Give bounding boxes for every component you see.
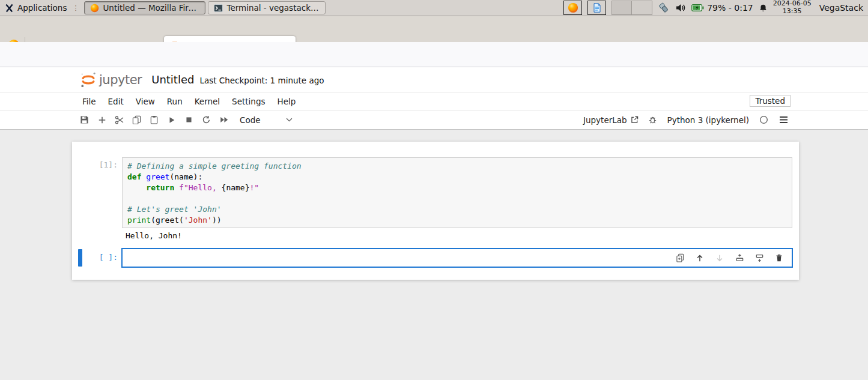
terminal-icon <box>214 4 223 13</box>
clock[interactable]: 2024-06-05 13:35 <box>773 0 812 15</box>
chevron-down-icon <box>286 118 293 122</box>
window-title: Terminal - vegastack@p... <box>226 3 320 13</box>
code-editor[interactable]: # Defining a simple greeting functiondef… <box>122 157 792 228</box>
menu-settings[interactable]: Settings <box>226 97 271 106</box>
document-launcher[interactable] <box>587 1 606 15</box>
system-tray: 79% - 0:17 2024-06-05 13:35 VegaStack <box>563 0 868 16</box>
external-link-icon <box>631 116 639 124</box>
applications-icon <box>5 4 14 13</box>
applications-menu-button[interactable]: Applications <box>0 0 70 16</box>
window-title: Untitled — Mozilla Firefox <box>103 3 199 13</box>
jupyterlab-link[interactable]: JupyterLab <box>583 115 639 125</box>
insert-cell-above-button[interactable] <box>734 253 745 264</box>
volume-icon[interactable] <box>675 2 686 13</box>
insert-cell-below-button[interactable] <box>754 253 765 264</box>
firefox-icon <box>568 2 578 13</box>
code-line <box>127 193 787 204</box>
code-line: print(greet('John')) <box>127 215 787 226</box>
insert-cell-button[interactable] <box>93 112 111 128</box>
workspace-switcher[interactable] <box>612 1 652 15</box>
toolbar-right: JupyterLab Python 3 (ipykernel) <box>583 115 868 125</box>
panel-handle: ⋮ <box>70 5 80 11</box>
move-down-button <box>714 253 725 264</box>
checkpoint-text: Last Checkpoint: 1 minute ago <box>199 74 324 85</box>
kernel-status-icon[interactable] <box>758 115 769 125</box>
menu-edit[interactable]: Edit <box>102 97 130 106</box>
menu-view[interactable]: View <box>130 97 161 106</box>
window-button-terminal[interactable]: Terminal - vegastack@p... <box>208 1 326 14</box>
empty-cell-input[interactable] <box>121 248 793 268</box>
duplicate-cell-button[interactable] <box>675 253 685 264</box>
cell-type-value: Code <box>240 115 261 125</box>
browser-tab-bar: Home × Untitled × + × <box>0 16 868 42</box>
notebook-title[interactable]: Untitled <box>151 73 194 86</box>
code-line: def greet(name): <box>127 172 787 182</box>
notebook-page: [1]: # Defining a simple greeting functi… <box>0 130 868 380</box>
battery-indicator[interactable]: 79% - 0:17 <box>691 3 753 13</box>
jupyter-header: jupyter Untitled Last Checkpoint: 1 minu… <box>0 67 868 92</box>
jupyter-logo[interactable] <box>79 71 97 89</box>
trusted-badge[interactable]: Trusted <box>750 95 791 107</box>
cell-output: Hello, John! <box>126 231 182 240</box>
firefox-launcher[interactable] <box>563 1 582 15</box>
jupyter-toolbar: Code JupyterLab Python 3 (ipykernel) <box>0 110 868 130</box>
notifications-bell-icon[interactable] <box>759 4 768 13</box>
menu-kernel[interactable]: Kernel <box>189 97 226 106</box>
notebook-tools-menu-icon[interactable] <box>778 115 789 125</box>
kernel-name[interactable]: Python 3 (ipykernel) <box>667 115 749 125</box>
interrupt-kernel-button[interactable] <box>180 112 198 128</box>
removable-device-icon[interactable] <box>658 2 670 14</box>
jupyterlab-label: JupyterLab <box>583 115 627 125</box>
desktop-taskbar: Applications ⋮ Untitled — Mozilla Firefo… <box>0 0 868 16</box>
browser-nav-bar: ← → localhost:8888/notebooks/myenv/Untit… <box>0 42 868 67</box>
move-up-button[interactable] <box>694 253 705 264</box>
applications-label: Applications <box>17 3 67 13</box>
copy-cells-button[interactable] <box>128 112 145 128</box>
menu-help[interactable]: Help <box>271 97 302 106</box>
jupyter-wordmark: jupyter <box>99 73 142 87</box>
restart-kernel-button[interactable] <box>198 112 215 128</box>
code-line: # Defining a simple greeting function <box>127 161 787 172</box>
workspace-pane-1[interactable] <box>612 1 632 15</box>
workspace-pane-2[interactable] <box>632 1 652 15</box>
menu-run[interactable]: Run <box>161 97 189 106</box>
code-line: # Let's greet 'John' <box>127 204 787 215</box>
window-button-list: Untitled — Mozilla Firefox Terminal - ve… <box>84 1 326 14</box>
empty-cell-prompt: [ ]: <box>72 253 118 262</box>
execution-count: [1]: <box>72 160 118 169</box>
window-button-firefox[interactable]: Untitled — Mozilla Firefox <box>84 1 205 14</box>
battery-text: 79% - 0:17 <box>707 3 753 13</box>
jupyter-menu-bar: File Edit View Run Kernel Settings Help <box>0 92 868 110</box>
cut-cells-button[interactable] <box>111 112 128 128</box>
restart-run-all-button[interactable] <box>215 112 232 128</box>
run-cell-button[interactable] <box>163 112 180 128</box>
code-line: return f"Hello, {name}!" <box>127 182 787 193</box>
paste-cells-button[interactable] <box>145 112 163 128</box>
clock-time: 13:35 <box>773 8 812 16</box>
battery-icon <box>691 4 704 12</box>
document-icon <box>592 3 602 13</box>
host-label: VegaStack <box>817 3 863 13</box>
debugger-icon[interactable] <box>648 115 658 125</box>
delete-cell-button[interactable] <box>774 253 785 264</box>
save-button[interactable] <box>76 112 93 128</box>
firefox-icon <box>90 4 99 13</box>
notebook-card: [1]: # Defining a simple greeting functi… <box>72 142 799 280</box>
cell-type-select[interactable]: Code <box>240 115 293 125</box>
menu-file[interactable]: File <box>76 97 102 106</box>
